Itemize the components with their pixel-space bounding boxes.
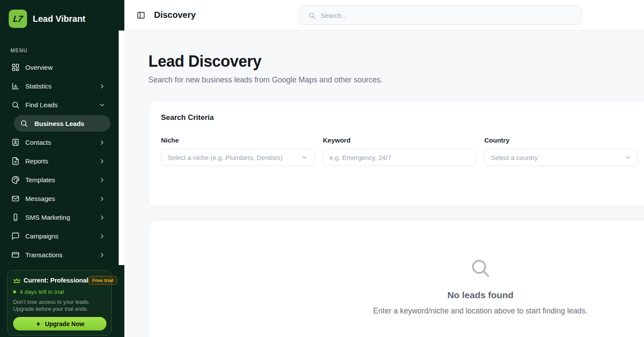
niche-select-placeholder: Select a niche (e.g. Plumbers, Dentists) [168, 154, 282, 161]
sidebar-item-business-leads[interactable]: Business Leads [14, 115, 110, 132]
niche-label: Niche [161, 136, 315, 145]
trial-days-row: 4 days left in trial [13, 289, 106, 295]
chevron-right-icon [99, 233, 106, 240]
search-icon [20, 119, 28, 127]
country-select-placeholder: Select a country [491, 154, 538, 161]
mail-icon [11, 194, 20, 203]
sidebar: L7 Lead Vibrant MENU Overview Statistics [0, 0, 124, 337]
global-search-input[interactable] [321, 12, 574, 19]
file-text-icon [11, 157, 20, 165]
sidebar-item-label: Find Leads [25, 101, 58, 109]
chevron-right-icon [99, 214, 106, 221]
trial-card: Current: Professional Free trial 4 days … [7, 270, 112, 336]
country-label: Country [484, 136, 638, 145]
chevron-down-icon [624, 154, 631, 161]
smartphone-icon [11, 213, 20, 221]
crown-icon [13, 277, 21, 284]
trial-section: Current: Professional Free trial 4 days … [0, 265, 124, 337]
brand-logo-row[interactable]: L7 Lead Vibrant [0, 0, 124, 28]
sidebar-item-campaigns[interactable]: Campaigns [0, 227, 119, 245]
sidebar-item-label: Statistics [25, 82, 51, 90]
search-icon [11, 101, 20, 109]
sidebar-item-label: SMS Marketing [25, 214, 70, 221]
sidebar-item-find-leads[interactable]: Find Leads [0, 95, 119, 114]
search-criteria-title: Search Criteria [161, 113, 637, 122]
trial-warning-text: Don't lose access to your leads. Upgrade… [13, 299, 106, 313]
search-criteria-card: Search Criteria Niche Select a niche (e.… [148, 100, 644, 207]
sidebar-scrollbar-track[interactable] [119, 31, 124, 265]
niche-select[interactable]: Select a niche (e.g. Plumbers, Dentists) [161, 149, 315, 166]
page-subtitle: Search for new business leads from Googl… [148, 74, 644, 85]
sidebar-item-label: Reports [25, 157, 48, 165]
leads-results-card: No leads found Enter a keyword/niche and… [148, 220, 644, 337]
sidebar-toggle-icon[interactable] [137, 11, 145, 20]
chat-bubble-icon [11, 232, 20, 240]
palette-icon [11, 176, 20, 184]
country-select[interactable]: Select a country [484, 149, 638, 166]
chevron-down-icon [301, 154, 308, 161]
main-content: Lead Discovery Search for new business l… [124, 31, 644, 337]
keyword-field: Keyword [323, 136, 476, 166]
top-header: Discovery [124, 0, 644, 31]
sidebar-item-contacts[interactable]: Contacts [0, 133, 119, 152]
country-field: Country Select a country [484, 136, 638, 166]
page-title: Lead Discovery [148, 53, 644, 70]
credit-card-icon [11, 251, 20, 259]
upgrade-now-button[interactable]: Upgrade Now [13, 317, 106, 330]
sidebar-item-label: Templates [25, 176, 55, 184]
contact-card-icon [11, 138, 20, 146]
sidebar-item-label: Overview [25, 64, 53, 71]
empty-state-subtitle: Enter a keyword/niche and location above… [149, 306, 644, 316]
chevron-right-icon [99, 139, 106, 146]
empty-state: No leads found Enter a keyword/niche and… [149, 220, 644, 316]
search-empty-icon [470, 258, 491, 279]
sidebar-item-label: Transactions [25, 251, 62, 259]
chevron-right-icon [99, 252, 106, 259]
free-trial-badge: Free trial [88, 276, 117, 285]
chevron-right-icon [99, 177, 106, 184]
sidebar-item-label: Business Leads [34, 120, 84, 127]
sidebar-item-label: Campaigns [25, 232, 58, 240]
chevron-right-icon [99, 83, 106, 90]
search-icon [308, 12, 315, 19]
upgrade-button-label: Upgrade Now [45, 320, 84, 327]
brand-name: Lead Vibrant [33, 14, 86, 24]
empty-state-title: No leads found [149, 290, 644, 300]
trial-days-left: 4 days left in trial [20, 289, 64, 295]
keyword-label: Keyword [323, 136, 476, 145]
sidebar-item-label: Messages [25, 195, 55, 202]
page-breadcrumb-title: Discovery [154, 10, 196, 20]
criteria-fields-grid: Niche Select a niche (e.g. Plumbers, Den… [161, 136, 637, 166]
sidebar-item-messages[interactable]: Messages [0, 189, 119, 208]
sidebar-item-sms-marketing[interactable]: SMS Marketing [0, 208, 119, 227]
sidebar-item-overview[interactable]: Overview [0, 58, 119, 77]
sidebar-item-statistics[interactable]: Statistics [0, 77, 119, 95]
sidebar-item-label: Contacts [25, 139, 51, 146]
app-window: L7 Lead Vibrant MENU Overview Statistics [0, 0, 644, 337]
dashboard-icon [11, 63, 20, 71]
logo-monogram: L7 [13, 14, 23, 24]
menu-section-label: MENU [10, 48, 124, 54]
sidebar-item-transactions[interactable]: Transactions [0, 245, 119, 264]
chevron-down-icon [99, 102, 106, 109]
chevron-right-icon [99, 158, 106, 165]
sidebar-item-templates[interactable]: Templates [0, 170, 119, 189]
keyword-input[interactable] [323, 149, 476, 166]
lightning-bolt-icon [35, 321, 41, 327]
global-search-bar[interactable] [298, 6, 582, 25]
status-dot-icon [13, 290, 16, 293]
sidebar-nav: Overview Statistics Find Leads [0, 58, 119, 264]
chevron-right-icon [99, 195, 106, 202]
current-plan-label: Current: Professional [24, 277, 88, 284]
niche-field: Niche Select a niche (e.g. Plumbers, Den… [161, 136, 315, 166]
sidebar-nav-scroll-area: MENU Overview Statistics [0, 31, 124, 265]
brand-logo-icon: L7 [9, 10, 27, 28]
sidebar-item-reports[interactable]: Reports [0, 152, 119, 170]
bar-chart-icon [11, 82, 20, 90]
